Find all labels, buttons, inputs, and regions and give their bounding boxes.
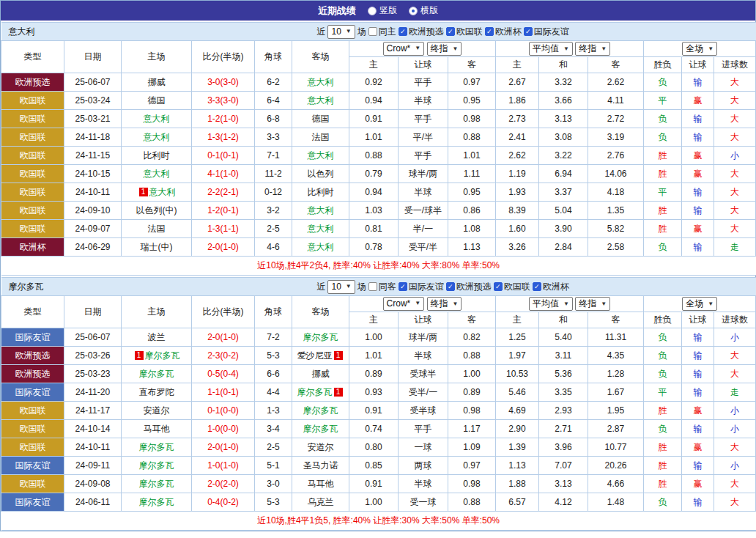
avg-source-select[interactable]: 平均值 ▼ bbox=[529, 297, 573, 311]
odds-home: 1.00 bbox=[349, 328, 399, 347]
checkbox-unchecked-icon bbox=[368, 282, 377, 291]
home-team: 摩尔多瓦 bbox=[122, 493, 192, 512]
score: 0-1(0-0) bbox=[192, 402, 255, 420]
avg-away: 5.82 bbox=[588, 220, 644, 238]
odds-away: 1.17 bbox=[448, 420, 496, 438]
avg-header-group: 平均值 ▼ 终指 ▼ bbox=[496, 41, 644, 57]
odds-away: 0.82 bbox=[448, 328, 496, 347]
filter-unit-label: 场 bbox=[357, 26, 366, 38]
odds-company-select[interactable]: Crow* ▼ bbox=[383, 42, 425, 56]
result-goals: 大 bbox=[714, 220, 756, 238]
avg-home: 2.90 bbox=[496, 420, 539, 438]
corner-score: 6-2 bbox=[255, 73, 292, 92]
result-wdl: 平 bbox=[644, 92, 682, 110]
match-row: 欧洲预选25-06-07挪威3-0(3-0)6-2意大利0.92平手0.972.… bbox=[1, 73, 756, 92]
odds-home: 0.91 bbox=[349, 402, 399, 420]
match-date: 24-10-15 bbox=[64, 165, 122, 183]
match-row: 欧国联25-03-24德国3-3(3-0)6-4意大利0.94半球0.951.8… bbox=[1, 92, 756, 110]
checkbox-checked-icon: ✓ bbox=[485, 27, 494, 36]
layout-vertical-radio[interactable]: 竖版 bbox=[368, 4, 397, 17]
avg-kind-select[interactable]: 终指 ▼ bbox=[575, 42, 610, 56]
competition-checkbox[interactable]: ✓ 欧国联 bbox=[494, 281, 530, 293]
avg-away: 2.87 bbox=[588, 420, 644, 438]
result-handicap: 赢 bbox=[682, 402, 714, 420]
odds-away: 1.11 bbox=[448, 165, 496, 183]
avg-kind-select[interactable]: 终指 ▼ bbox=[575, 297, 610, 311]
competition-type: 欧洲预选 bbox=[1, 347, 64, 365]
competition-checkbox[interactable]: ✓ 欧洲杯 bbox=[485, 26, 522, 38]
away-team: 以色列 bbox=[292, 165, 349, 183]
competition-checkbox[interactable]: ✓ 欧国联 bbox=[446, 26, 483, 38]
odds-company-select[interactable]: Crow* ▼ bbox=[383, 297, 425, 311]
filter-unit-label: 场 bbox=[357, 281, 366, 293]
avg-draw: 5.40 bbox=[539, 328, 588, 347]
col-header-avg-away: 客 bbox=[588, 312, 644, 328]
score: 1-1(0-1) bbox=[192, 383, 255, 402]
home-team: 摩尔多瓦 bbox=[122, 438, 192, 457]
team-name: 意大利 bbox=[9, 23, 35, 40]
match-date: 24-11-15 bbox=[64, 147, 122, 165]
avg-source-value: 平均值 bbox=[533, 43, 559, 55]
team-section-table: 摩尔多瓦 近 10 ▼ 场 同客 ✓ bbox=[1, 277, 756, 531]
col-header-odds-home: 主 bbox=[349, 57, 399, 73]
result-goals: 大 bbox=[714, 347, 756, 365]
checkbox-checked-icon: ✓ bbox=[533, 282, 541, 291]
corner-score: 4-4 bbox=[255, 383, 292, 402]
result-goals: 大 bbox=[714, 73, 756, 92]
away-team: 挪威 bbox=[292, 365, 349, 383]
away-team: 安道尔 bbox=[292, 438, 349, 457]
away-team: 爱沙尼亚1 bbox=[292, 347, 349, 365]
away-team: 意大利 bbox=[292, 73, 349, 92]
result-wdl: 负 bbox=[644, 238, 682, 257]
layout-horizontal-radio[interactable]: 横版 bbox=[409, 4, 438, 17]
corner-score: 6-4 bbox=[255, 92, 292, 110]
same-venue-checkbox[interactable]: 同客 bbox=[368, 281, 396, 293]
odds-kind-select[interactable]: 终指 ▼ bbox=[427, 297, 462, 311]
competition-checkbox[interactable]: ✓ 国际友谊 bbox=[524, 26, 569, 38]
score: 1-3(1-1) bbox=[192, 220, 255, 238]
odds-away: 0.95 bbox=[448, 92, 496, 110]
competition-type: 欧国联 bbox=[1, 165, 64, 183]
col-header-avg-home: 主 bbox=[496, 57, 539, 73]
competition-label: 欧洲预选 bbox=[456, 281, 492, 293]
odds-kind-select[interactable]: 终指 ▼ bbox=[427, 42, 462, 56]
avg-home: 6.57 bbox=[496, 493, 539, 512]
match-row: 欧洲预选25-03-261摩尔多瓦2-3(0-2)5-3爱沙尼亚11.01半球0… bbox=[1, 347, 756, 365]
result-handicap: 输 bbox=[682, 420, 714, 438]
summary-text: 近10场,胜4平1负5, 胜率:40% 让胜率:30% 大率:50% 单率:50… bbox=[1, 512, 756, 531]
competition-checkbox[interactable]: ✓ 欧洲预选 bbox=[399, 26, 444, 38]
avg-away: 4.35 bbox=[588, 347, 644, 365]
competition-checkbox[interactable]: ✓ 欧洲预选 bbox=[446, 281, 492, 293]
odds-company-value: Crow* bbox=[387, 43, 411, 54]
handicap: 半球 bbox=[399, 475, 448, 493]
odds-home: 0.91 bbox=[349, 475, 399, 493]
odds-away: 0.95 bbox=[448, 183, 496, 202]
score: 2-0(2-0) bbox=[192, 475, 255, 493]
away-team: 乌克兰 bbox=[292, 493, 349, 512]
away-team: 意大利 bbox=[292, 238, 349, 257]
avg-source-select[interactable]: 平均值 ▼ bbox=[529, 42, 573, 56]
chevron-down-icon: ▼ bbox=[708, 301, 714, 307]
home-team: 直布罗陀 bbox=[122, 383, 192, 402]
scope-select[interactable]: 全场 ▼ bbox=[682, 297, 717, 311]
result-handicap: 输 bbox=[682, 128, 714, 147]
competition-type: 国际友谊 bbox=[1, 328, 64, 347]
chevron-down-icon: ▼ bbox=[601, 46, 607, 52]
match-date: 24-11-20 bbox=[64, 383, 122, 402]
same-venue-checkbox[interactable]: 同主 bbox=[368, 26, 396, 38]
result-goals: 大 bbox=[714, 438, 756, 457]
competition-type: 欧洲预选 bbox=[1, 365, 64, 383]
corner-score: 3-3 bbox=[255, 128, 292, 147]
match-count-select[interactable]: 10 ▼ bbox=[327, 25, 355, 39]
filter-near-label: 近 bbox=[316, 26, 325, 38]
competition-label: 国际友谊 bbox=[534, 26, 569, 38]
scope-select[interactable]: 全场 ▼ bbox=[682, 42, 717, 56]
summary-text: 近10场,胜4平2负4, 胜率:40% 让胜率:40% 大率:80% 单率:50… bbox=[1, 257, 756, 276]
match-count-select[interactable]: 10 ▼ bbox=[327, 280, 355, 294]
result-wdl: 胜 bbox=[644, 202, 682, 220]
odds-home: 0.89 bbox=[349, 365, 399, 383]
match-date: 24-06-11 bbox=[64, 493, 122, 512]
competition-checkbox[interactable]: ✓ 欧洲杯 bbox=[533, 281, 569, 293]
competition-checkbox[interactable]: ✓ 国际友谊 bbox=[399, 281, 444, 293]
col-header-type: 类型 bbox=[1, 296, 64, 328]
